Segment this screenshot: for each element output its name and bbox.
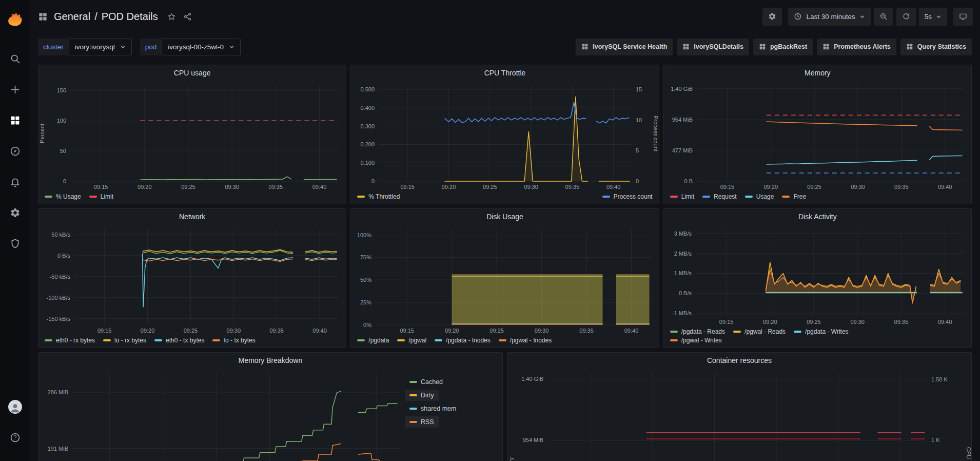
link-pgbackrest[interactable]: pgBackRest: [753, 39, 813, 55]
series-color-swatch: [745, 196, 753, 198]
variable-pod-value[interactable]: ivorysql-00-z5wl-0: [162, 39, 241, 55]
time-series-graph[interactable]: 09:1509:2009:2509:3009:3509:400 B477 MiB…: [664, 81, 971, 192]
panel-network: Network 09:1509:2009:2509:3009:3509:4050…: [38, 208, 346, 348]
panel-title[interactable]: CPU Throttle: [351, 65, 658, 81]
series-color-swatch: [154, 339, 162, 341]
search-icon[interactable]: [0, 43, 30, 74]
legend-item-lo-rx-bytes[interactable]: lo - rx bytes: [103, 337, 146, 344]
time-series-graph[interactable]: 09:1509:2009:2509:3009:3509:400%25%50%75…: [351, 224, 658, 336]
grafana-logo-icon[interactable]: [0, 4, 30, 34]
panel-title[interactable]: Memory Breakdown: [38, 353, 502, 368]
legend-item--pgdata-writes[interactable]: /pgdata - Writes: [794, 328, 848, 335]
svg-text:0%: 0%: [363, 322, 371, 328]
legend-item--pgdata-inodes[interactable]: /pgdata - Inodes: [435, 337, 491, 344]
svg-text:0: 0: [371, 178, 375, 184]
series-color-swatch: [103, 339, 111, 341]
legend-label: lo - tx bytes: [224, 337, 255, 344]
link-ivorysqldetails[interactable]: IvorySQLDetails: [677, 39, 749, 55]
panel-title[interactable]: Container resources: [507, 353, 971, 368]
legend-item-process-count[interactable]: Process count: [602, 193, 653, 200]
legend-label: Request: [714, 193, 737, 200]
link-ivorysql-service-health[interactable]: IvorySQL Service Health: [576, 39, 673, 55]
legend-item-rss[interactable]: RSS: [405, 416, 439, 428]
legend-label: Usage: [756, 193, 774, 200]
cycle-view-mode-button[interactable]: [953, 8, 973, 26]
variable-cluster-value[interactable]: ivory:ivorysql: [69, 39, 132, 55]
time-series-graph[interactable]: 09:1509:2009:2509:3009:3509:4000.1000.20…: [351, 81, 658, 192]
legend-item--pgwal-writes[interactable]: /pgwal - Writes: [670, 337, 722, 344]
legend-label: Dirty: [421, 392, 434, 399]
star-icon[interactable]: [167, 12, 176, 21]
series-color-swatch: [45, 196, 52, 198]
breadcrumb-separator: /: [94, 11, 97, 23]
panel-title[interactable]: Disk Usage: [351, 209, 658, 224]
user-avatar[interactable]: [0, 391, 30, 422]
time-series-graph[interactable]: 09:1509:2009:2509:3009:3509:4050 kB/s0 B…: [38, 224, 346, 336]
legend-item-dirty[interactable]: Dirty: [405, 390, 439, 401]
time-series-graph[interactable]: 09:1509:2009:2509:3009:3509:400 B95.4 Mi…: [38, 368, 405, 461]
series-color-swatch: [89, 196, 97, 198]
legend-item--usage[interactable]: % Usage: [45, 193, 81, 200]
legend-item--pgwal-reads[interactable]: /pgwal - Reads: [733, 328, 786, 335]
zoom-out-button[interactable]: [874, 8, 893, 26]
dashboards-icon[interactable]: [0, 105, 30, 136]
svg-text:09:15: 09:15: [401, 184, 415, 190]
legend-item-limit[interactable]: Limit: [670, 193, 694, 200]
legend-label: /pgwal - Inodes: [510, 337, 552, 344]
legend-item--pgdata-reads[interactable]: /pgdata - Reads: [670, 328, 725, 335]
time-range-picker[interactable]: Last 30 minutes: [788, 8, 870, 26]
panel-title[interactable]: Disk Activity: [664, 209, 971, 224]
variable-cluster-label: cluster: [38, 39, 69, 55]
legend-item--pgdata[interactable]: /pgdata: [357, 337, 389, 344]
legend-item-limit[interactable]: Limit: [89, 193, 113, 200]
legend-item-cached[interactable]: Cached: [405, 376, 447, 388]
refresh-button[interactable]: [896, 8, 916, 26]
link-prometheus-alerts[interactable]: Prometheus Alerts: [817, 39, 896, 55]
svg-text:50 kB/s: 50 kB/s: [51, 232, 70, 238]
legend-item-request[interactable]: Request: [702, 193, 737, 200]
breadcrumb-folder[interactable]: General: [54, 11, 90, 23]
help-icon[interactable]: ?: [0, 422, 30, 453]
panel-title[interactable]: Network: [38, 209, 346, 224]
svg-text:09:15: 09:15: [720, 184, 734, 190]
configuration-gear-icon[interactable]: [0, 197, 30, 228]
legend-item-lo-tx-bytes[interactable]: lo - tx bytes: [212, 337, 255, 344]
svg-text:0 B/s: 0 B/s: [679, 290, 692, 296]
panel-title[interactable]: CPU usage: [38, 65, 346, 81]
legend-item-shared-mem[interactable]: shared mem: [405, 403, 461, 414]
panel-title[interactable]: Memory: [664, 65, 971, 81]
time-series-graph[interactable]: 09:1509:2009:2509:3009:3509:40050100150P…: [38, 81, 346, 192]
legend-item--pgwal-inodes[interactable]: /pgwal - Inodes: [499, 337, 552, 344]
panel-memory: Memory 09:1509:2009:2509:3009:3509:400 B…: [663, 65, 972, 204]
legend-item--pgwal[interactable]: /pgwal: [397, 337, 426, 344]
dashboard-settings-button[interactable]: [762, 8, 782, 26]
share-icon[interactable]: [183, 12, 192, 21]
dashboard-grid-icon: [581, 43, 589, 50]
svg-text:15: 15: [636, 86, 642, 92]
svg-text:09:30: 09:30: [524, 184, 539, 190]
server-admin-shield-icon[interactable]: [0, 228, 30, 259]
svg-text:09:25: 09:25: [807, 184, 821, 190]
gear-icon: [768, 12, 776, 21]
create-plus-icon[interactable]: [0, 74, 30, 105]
svg-text:09:35: 09:35: [894, 319, 908, 325]
legend-item-eth0-rx-bytes[interactable]: eth0 - rx bytes: [45, 337, 95, 344]
svg-text:-150 kB/s: -150 kB/s: [47, 316, 71, 322]
legend-item-usage[interactable]: Usage: [745, 193, 774, 200]
svg-text:0.500: 0.500: [361, 86, 375, 92]
legend-item-free[interactable]: Free: [782, 193, 806, 200]
link-query-statistics[interactable]: Query Statistics: [900, 39, 972, 55]
chevron-down-icon: [229, 44, 234, 50]
explore-compass-icon[interactable]: [0, 136, 30, 166]
legend-item--throttled[interactable]: % Throttled: [357, 193, 400, 200]
time-series-graph[interactable]: 09:1509:2009:2509:3009:3509:400 B477 MiB…: [507, 368, 971, 461]
refresh-interval-picker[interactable]: 5s: [919, 8, 947, 26]
alerting-bell-icon[interactable]: [0, 166, 30, 197]
svg-text:1.40 GiB: 1.40 GiB: [521, 376, 543, 382]
svg-text:09:30: 09:30: [850, 319, 865, 325]
legend-item-eth0-tx-bytes[interactable]: eth0 - tx bytes: [154, 337, 204, 344]
svg-text:09:40: 09:40: [312, 328, 327, 334]
legend-label: shared mem: [421, 405, 456, 412]
time-series-graph[interactable]: 09:1509:2009:2509:3009:3509:40-1 MB/s0 B…: [664, 224, 971, 327]
dashboard-links: IvorySQL Service Health IvorySQLDetails …: [576, 39, 972, 55]
